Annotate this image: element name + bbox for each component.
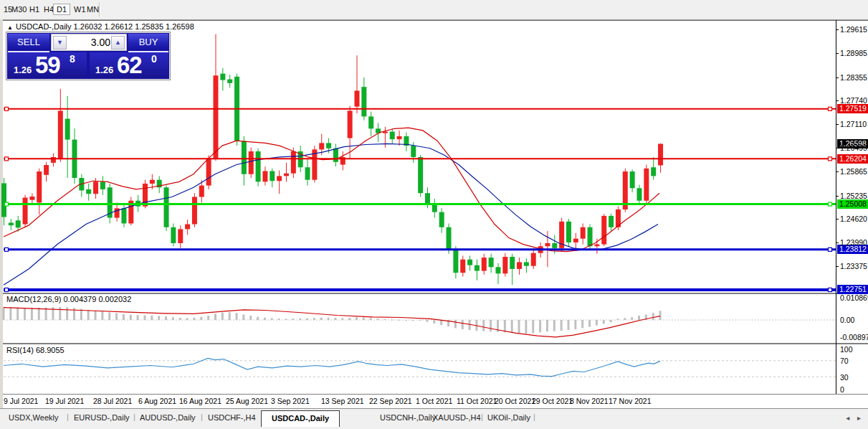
buy-price-pip-digit: 0 — [151, 53, 157, 65]
date-axis-label: 1 Oct 2021 — [416, 397, 452, 405]
toolbar-separator — [99, 2, 100, 16]
axis-tick-mark — [836, 100, 839, 101]
buy-button[interactable]: BUY — [128, 34, 168, 52]
one-click-trading-panel: SELL ▼ 3.00 ▲ BUY 1.26 59 8 1.26 62 0 — [6, 32, 171, 80]
timeframe-toolbar: 15M30H1H4D1W1MN — [0, 0, 868, 20]
price-axis-tick: 1.28985 — [840, 49, 867, 57]
date-axis-label: 3 Sep 2021 — [271, 397, 310, 405]
rsi-axis-tick: 70 — [840, 357, 849, 365]
price-axis-tick: 1.28355 — [840, 73, 867, 82]
axis-tick-mark — [836, 196, 839, 197]
chart-ohlc-values: 1.26032 1.26612 1.25835 1.26598 — [74, 22, 194, 31]
price-line-label: 1.26204 — [837, 154, 868, 164]
tab-separator: | — [201, 412, 203, 421]
chart-tab-usdcad[interactable]: USDCAD-,Daily — [261, 410, 340, 427]
macd-axis-tick: 0.00 — [840, 316, 854, 324]
price-axis-tick: 1.27740 — [840, 96, 867, 105]
price-axis-tick: 1.27110 — [840, 120, 867, 128]
triangle-up-icon: ▲ — [7, 24, 13, 31]
date-axis-label: 22 Sep 2021 — [369, 397, 412, 405]
axis-tick-mark — [836, 266, 839, 267]
date-axis-label: 28 Jul 2021 — [93, 397, 132, 405]
volume-input[interactable]: 3.00 — [67, 34, 110, 50]
price-axis-tick: 1.29615 — [840, 25, 867, 34]
rsi-indicator-label: RSI(14) 68.9055 — [6, 346, 65, 354]
tab-separator: | — [133, 412, 135, 421]
macd-axis-tick: 0.010869 — [840, 293, 868, 302]
date-axis-label: 19 Jul 2021 — [45, 397, 84, 405]
rsi-pane-separator[interactable] — [3, 343, 868, 345]
price-axis-tick: 1.23990 — [840, 238, 867, 247]
axis-tick-mark — [836, 171, 839, 172]
chart-tab-usdchf[interactable]: USDCHF-,H4 — [208, 413, 256, 422]
timeframe-button-h1[interactable]: H1 — [27, 4, 42, 15]
price-axis-line — [836, 20, 836, 394]
chart-symbol-label: USDCAD-,Daily — [16, 22, 72, 31]
chart-tab-xauusd[interactable]: XAUUSD-,H4 — [433, 413, 481, 422]
price-line-label: 1.25008 — [837, 199, 868, 209]
sell-price-big-digits: 59 — [35, 52, 60, 79]
buy-price[interactable]: 1.26 62 0 — [90, 52, 168, 78]
timeframe-button-m30[interactable]: M30 — [9, 4, 29, 15]
volume-increase-button[interactable]: ▲ — [111, 36, 125, 50]
price-axis-tick: 1.25865 — [840, 167, 867, 176]
chart-title: ▲USDCAD-,Daily 1.26032 1.26612 1.25835 1… — [7, 22, 194, 31]
axis-tick-mark — [836, 219, 839, 220]
date-axis-label: 25 Aug 2021 — [226, 397, 268, 405]
axis-tick-mark — [836, 53, 839, 54]
rsi-axis-tick: 30 — [840, 373, 849, 382]
rsi-axis-tick: 0 — [840, 385, 844, 394]
chart-tab-usdcnh[interactable]: USDCNH-,Daily — [380, 413, 436, 422]
tab-separator: | — [429, 412, 431, 421]
macd-pane-separator[interactable] — [3, 293, 868, 295]
tab-scroll-arrows[interactable]: ◂ ▸ — [846, 414, 864, 422]
quote-prices-row: 1.26 59 8 1.26 62 0 — [8, 52, 168, 78]
chart-tab-eurusd[interactable]: EURUSD-,Daily — [74, 413, 130, 422]
date-axis-label: 17 Nov 2021 — [609, 397, 652, 405]
chart-tab-bar: ◂ ▸ USDX,WeeklyEURUSD-,DailyAUDUSD-,Dail… — [0, 408, 868, 429]
price-axis-tick: 1.25235 — [840, 192, 867, 200]
sell-price-pip-digit: 8 — [70, 53, 75, 65]
buy-price-prefix: 1.26 — [95, 65, 113, 75]
macd-indicator-label: MACD(12,26,9) 0.004379 0.002032 — [6, 295, 131, 303]
date-axis-label: 13 Sep 2021 — [321, 397, 364, 405]
date-axis-label: 8 Nov 2021 — [570, 397, 609, 405]
axis-tick-mark — [836, 29, 839, 30]
tab-separator: | — [533, 412, 535, 421]
chart-tab-usdx[interactable]: USDX,Weekly — [9, 413, 58, 422]
price-axis-tick: 1.24620 — [840, 214, 867, 223]
tab-separator: | — [67, 412, 69, 421]
buy-price-big-digits: 62 — [117, 52, 142, 79]
tab-separator: | — [481, 412, 483, 421]
trade-controls-row: SELL ▼ 3.00 ▲ BUY — [8, 34, 168, 52]
chart-tab-ukoil[interactable]: UKOil-,Daily — [487, 413, 530, 422]
axis-tick-mark — [836, 77, 839, 78]
date-axis-label: 16 Aug 2021 — [179, 397, 221, 405]
sell-price[interactable]: 1.26 59 8 — [8, 52, 87, 78]
timeframe-button-d1[interactable]: D1 — [53, 4, 70, 15]
axis-tick-mark — [836, 242, 839, 243]
macd-axis-tick: -0.008974 — [840, 333, 868, 341]
volume-decrease-button[interactable]: ▼ — [53, 36, 67, 50]
sell-button[interactable]: SELL — [8, 34, 49, 52]
date-axis-label: 11 Oct 2021 — [457, 397, 497, 405]
date-axis-label: 20 Oct 2021 — [495, 397, 535, 405]
sell-price-prefix: 1.26 — [14, 65, 32, 75]
date-axis-label: 9 Jul 2021 — [4, 397, 38, 405]
axis-tick-mark — [836, 124, 839, 125]
date-axis-label: 29 Oct 2021 — [532, 397, 573, 405]
axis-tick-mark — [836, 148, 839, 148]
price-axis-tick: 1.23375 — [840, 262, 867, 270]
chart-tab-audusd[interactable]: AUDUSD-,Daily — [140, 413, 196, 422]
price-line-label: 1.27519 — [837, 104, 868, 113]
rsi-axis-tick: 100 — [840, 345, 853, 354]
date-axis-label: 6 Aug 2021 — [138, 397, 176, 405]
price-axis-tick: 1.26495 — [840, 143, 867, 152]
volume-stepper: ▼ 3.00 ▲ — [51, 34, 127, 51]
